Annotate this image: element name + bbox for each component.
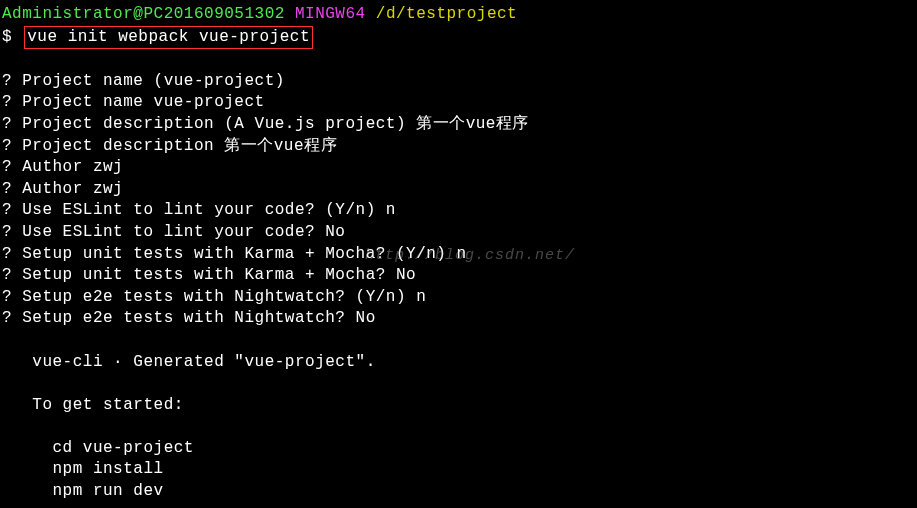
blank-line — [2, 373, 915, 395]
prompt-description-default: ? Project description (A Vue.js project)… — [2, 114, 915, 136]
prompt-unit-tests-question: ? Setup unit tests with Karma + Mocha? (… — [2, 244, 915, 266]
blank-line — [2, 49, 915, 71]
blank-line — [2, 330, 915, 352]
prompt-e2e-answer: ? Setup e2e tests with Nightwatch? No — [2, 308, 915, 330]
prompt-project-name-default: ? Project name (vue-project) — [2, 71, 915, 93]
prompt-dollar: $ — [2, 28, 12, 46]
blank-line — [2, 416, 915, 438]
prompt-eslint-answer: ? Use ESLint to lint your code? No — [2, 222, 915, 244]
instruction-cd: cd vue-project — [2, 438, 915, 460]
shell-prompt: Administrator@PC201609051302 MINGW64 /d/… — [2, 4, 915, 26]
get-started-heading: To get started: — [2, 395, 915, 417]
prompt-e2e-question: ? Setup e2e tests with Nightwatch? (Y/n)… — [2, 287, 915, 309]
prompt-author-default: ? Author zwj — [2, 157, 915, 179]
command-line[interactable]: $ vue init webpack vue-project — [2, 26, 915, 50]
prompt-description-answer: ? Project description 第一个vue程序 — [2, 136, 915, 158]
prompt-eslint-question: ? Use ESLint to lint your code? (Y/n) n — [2, 200, 915, 222]
user-host: Administrator@PC201609051302 — [2, 5, 285, 23]
prompt-project-name-answer: ? Project name vue-project — [2, 92, 915, 114]
command-text: vue init webpack vue-project — [27, 28, 310, 46]
mingw-label: MINGW64 — [295, 5, 366, 23]
blank-line — [2, 503, 915, 508]
cwd-path: /d/testproject — [376, 5, 517, 23]
prompt-author-answer: ? Author zwj — [2, 179, 915, 201]
instruction-dev: npm run dev — [2, 481, 915, 503]
generated-message: vue-cli · Generated "vue-project". — [2, 352, 915, 374]
prompt-unit-tests-answer: ? Setup unit tests with Karma + Mocha? N… — [2, 265, 915, 287]
instruction-install: npm install — [2, 459, 915, 481]
command-highlight-box: vue init webpack vue-project — [24, 26, 313, 50]
